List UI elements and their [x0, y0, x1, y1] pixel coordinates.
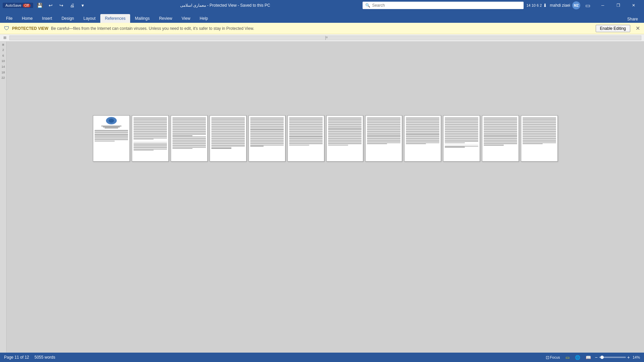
tab-design[interactable]: Design [57, 14, 78, 23]
titlebar: AutoSave Off 💾 ↩ ↪ 🖨 ▾ معماری اسلامی - P… [0, 0, 644, 11]
zoom-out-button[interactable]: − [595, 355, 598, 360]
page7-content [328, 118, 362, 145]
zoom-slider[interactable] [599, 357, 626, 358]
save-button[interactable]: 💾 [35, 1, 45, 9]
logo-inner [109, 119, 114, 123]
zoom-in-button[interactable]: + [627, 355, 630, 360]
user-name: mahdi ziaei [550, 3, 570, 8]
sidebar-marker-4: 14 [0, 64, 6, 70]
page12-content [523, 118, 556, 144]
tab-help[interactable]: Help [195, 14, 213, 23]
page-info: Page 11 of 12 [4, 355, 29, 360]
ribbon-display-button[interactable]: ▭ [583, 1, 592, 9]
autosave-button[interactable]: AutoSave Off [3, 3, 33, 8]
page-thumb-12[interactable] [521, 115, 558, 162]
redo-button[interactable]: ↪ [57, 1, 66, 9]
statusbar: Page 11 of 12 5055 words ⊡ Focus ▭ 🌐 📖 −… [0, 353, 644, 362]
page-thumb-4[interactable] [210, 115, 247, 162]
close-button[interactable]: ✕ [626, 0, 641, 11]
page-thumb-5[interactable] [249, 115, 285, 162]
tab-insert[interactable]: Insert [37, 14, 57, 23]
user-area: mahdi ziaei MZ [550, 1, 580, 9]
focus-button[interactable]: ⊡ Focus [544, 354, 561, 361]
page9-content [406, 118, 439, 144]
tab-layout[interactable]: Layout [79, 14, 100, 23]
page4-content [211, 118, 245, 149]
close-protected-bar-button[interactable]: ✕ [636, 25, 640, 32]
page5-content [250, 118, 284, 146]
titlebar-left: AutoSave Off 💾 ↩ ↪ 🖨 ▾ [3, 1, 88, 9]
read-mode-icon: 📖 [586, 355, 591, 360]
autosave-label: AutoSave [5, 3, 21, 7]
title-line3 [105, 128, 118, 128]
print-layout-button[interactable]: ▭ [564, 354, 571, 361]
search-input[interactable] [363, 2, 524, 9]
document-area: ⊞ 2 6 10 14 18 22 [0, 42, 644, 353]
document-canvas[interactable] [7, 42, 644, 353]
sidebar-marker-2: 6 [0, 53, 6, 59]
web-layout-button[interactable]: 🌐 [574, 354, 582, 361]
zoom-thumb [600, 356, 604, 359]
tab-references[interactable]: References [100, 14, 130, 23]
page-thumb-1[interactable] [93, 115, 130, 162]
numbers-icon: ⬇ [543, 3, 547, 8]
thumbnail-row [93, 115, 558, 162]
page-thumb-11[interactable] [482, 115, 519, 162]
horizontal-ruler: 0 [9, 36, 641, 40]
title-line [101, 126, 121, 126]
restore-button[interactable]: ❐ [610, 0, 626, 11]
search-wrapper: 🔍 [363, 2, 524, 9]
page-marker-top: ⊞ [0, 42, 6, 47]
tab-view[interactable]: View [177, 14, 195, 23]
zoom-controls: − + 14% [595, 355, 640, 360]
page2-content [133, 118, 167, 150]
document-title: معماری اسلامی - Protected View - Saved t… [90, 3, 360, 8]
page1-title-area [95, 125, 128, 129]
page-thumb-7[interactable] [326, 115, 363, 162]
zoom-percent: 14% [633, 355, 640, 359]
enable-editing-button[interactable]: Enable Editing [596, 25, 630, 32]
customize-button[interactable]: ▾ [78, 1, 88, 9]
read-mode-button[interactable]: 📖 [584, 354, 592, 361]
tab-home[interactable]: Home [17, 14, 37, 23]
numbers-row: 14 10 6 2 ⬇ [526, 3, 547, 8]
word-count: 5055 words [35, 355, 55, 360]
numbers-display: 14 10 6 2 [526, 3, 542, 7]
autosave-state: Off [23, 4, 31, 7]
web-layout-icon: 🌐 [575, 355, 580, 360]
sidebar-marker-6: 22 [0, 75, 6, 81]
print-layout-icon: ▭ [566, 355, 570, 360]
page-thumb-6[interactable] [287, 115, 324, 162]
sidebar-marker-1: 2 [0, 47, 6, 53]
statusbar-right: ⊡ Focus ▭ 🌐 📖 − + 14% [544, 354, 640, 361]
page-thumb-2[interactable] [132, 115, 169, 162]
page8-content [367, 118, 400, 144]
sidebar-marker-3: 10 [0, 58, 6, 64]
page-thumb-10[interactable] [443, 115, 480, 162]
sidebar-marker-5: 18 [0, 70, 6, 75]
window-controls: ─ ❐ ✕ [595, 0, 641, 11]
tab-mailings[interactable]: Mailings [130, 14, 154, 23]
protected-view-bar: 🛡 PROTECTED VIEW Be careful—files from t… [0, 23, 644, 34]
page6-content [289, 118, 323, 145]
ruler-row: ⊞ 0 [0, 34, 644, 42]
print-button[interactable]: 🖨 [67, 1, 77, 9]
page-thumb-9[interactable] [404, 115, 441, 162]
avatar[interactable]: MZ [572, 1, 580, 9]
page1-logo-area [95, 117, 128, 124]
page11-content [484, 118, 517, 145]
protected-badge: PROTECTED VIEW [12, 26, 48, 31]
shield-icon: 🛡 [4, 25, 9, 32]
focus-icon: ⊡ [546, 355, 549, 360]
page-thumb-3[interactable] [171, 115, 208, 162]
undo-button[interactable]: ↩ [46, 1, 55, 9]
left-sidebar: ⊞ 2 6 10 14 18 22 [0, 42, 7, 353]
share-button[interactable]: Share [623, 15, 643, 23]
minimize-button[interactable]: ─ [595, 0, 610, 11]
ribbon-tabs: File Home Insert Design Layout Reference… [0, 11, 644, 23]
ruler-toggle-icon[interactable]: ⊞ [1, 35, 8, 41]
tab-file[interactable]: File [1, 14, 17, 23]
page3-content [172, 118, 206, 149]
tab-review[interactable]: Review [154, 14, 177, 23]
page-thumb-8[interactable] [365, 115, 402, 162]
